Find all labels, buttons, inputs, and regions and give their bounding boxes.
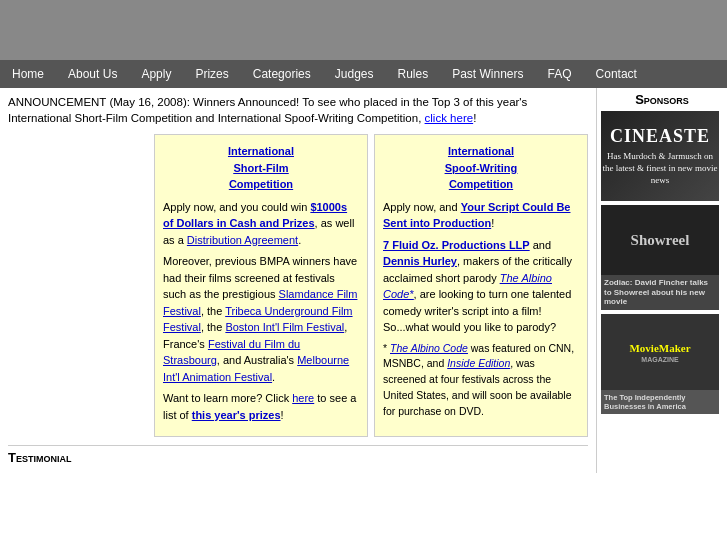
nav-home[interactable]: Home — [0, 60, 56, 88]
short-film-title: InternationalShort-FilmCompetition — [163, 143, 359, 193]
fluid-oz-link[interactable]: 7 Fluid Oz. Productions LLP — [383, 239, 530, 251]
distribution-link[interactable]: Distribution Agreement — [187, 234, 298, 246]
content-area: ANNOUNCEMENT (May 16, 2008): Winners Ann… — [0, 88, 597, 473]
nav-faq[interactable]: FAQ — [536, 60, 584, 88]
announcement-bar: ANNOUNCEMENT (May 16, 2008): Winners Ann… — [8, 94, 588, 126]
spoof-footnote: * The Albino Code was featured on CNN, M… — [383, 341, 579, 420]
testimonial-header: Testimonial — [8, 445, 588, 467]
nav-past-winners[interactable]: Past Winners — [440, 60, 535, 88]
spoof-para2: 7 Fluid Oz. Productions LLP and Dennis H… — [383, 237, 579, 336]
nav-categories[interactable]: Categories — [241, 60, 323, 88]
announcement-link[interactable]: click here — [425, 112, 474, 124]
nav-apply[interactable]: Apply — [129, 60, 183, 88]
this-year-prizes-link[interactable]: this year's prizes — [192, 409, 281, 421]
spoof-writing-box: InternationalSpoof-WritingCompetition Ap… — [374, 134, 588, 437]
inside-edition-link[interactable]: Inside Edition — [447, 357, 510, 369]
main-layout: ANNOUNCEMENT (May 16, 2008): Winners Ann… — [0, 88, 727, 473]
moviemaker-caption: The Top Independently Businesses in Amer… — [601, 390, 719, 414]
sponsor-cineaste[interactable]: CINEASTE Has Murdoch & Jarmusch on the l… — [601, 111, 719, 201]
short-film-title-link[interactable]: InternationalShort-FilmCompetition — [228, 145, 294, 190]
boston-link[interactable]: Boston Int'l Film Festival — [225, 321, 344, 333]
script-production-link[interactable]: Your Script Could Be Sent into Productio… — [383, 201, 570, 230]
short-film-intro: Apply now, and you could win $1000s of D… — [163, 199, 359, 249]
left-spacer — [8, 134, 148, 437]
short-film-box: InternationalShort-FilmCompetition Apply… — [154, 134, 368, 437]
spoof-intro: Apply now, and Your Script Could Be Sent… — [383, 199, 579, 232]
albino-code-footnote-link[interactable]: The Albino Code — [390, 342, 468, 354]
prizes-link[interactable]: $1000s of Dollars in Cash and Prizes — [163, 201, 347, 230]
nav-judges[interactable]: Judges — [323, 60, 386, 88]
sidebar: Sponsors CINEASTE Has Murdoch & Jarmusch… — [597, 88, 727, 473]
sponsor-showreel[interactable]: Showreel Zodiac: David Fincher talks to … — [601, 205, 719, 310]
spoof-writing-title-link[interactable]: InternationalSpoof-WritingCompetition — [445, 145, 518, 190]
france-link[interactable]: Festival du Film du Strasbourg — [163, 338, 300, 367]
header-banner — [0, 0, 727, 60]
sponsors-title: Sponsors — [601, 92, 723, 107]
sponsor-moviemaker[interactable]: MovieMaker MAGAZINE The Top Independentl… — [601, 314, 719, 414]
albino-code-link[interactable]: The Albino Code* — [383, 272, 552, 301]
spoof-writing-title: InternationalSpoof-WritingCompetition — [383, 143, 579, 193]
dennis-hurley-link[interactable]: Dennis Hurley — [383, 255, 457, 267]
here-prizes-link[interactable]: here — [292, 392, 314, 404]
nav-contact[interactable]: Contact — [584, 60, 649, 88]
nav-about-us[interactable]: About Us — [56, 60, 129, 88]
main-nav: Home About Us Apply Prizes Categories Ju… — [0, 60, 727, 88]
nav-rules[interactable]: Rules — [385, 60, 440, 88]
short-film-para3: Want to learn more? Click here to see a … — [163, 390, 359, 423]
cineaste-label: CINEASTE Has Murdoch & Jarmusch on the l… — [601, 126, 719, 187]
competition-grid: InternationalShort-FilmCompetition Apply… — [8, 134, 588, 437]
showreel-caption: Zodiac: David Fincher talks to Showreel … — [601, 275, 719, 310]
short-film-para2: Moreover, previous BMPA winners have had… — [163, 253, 359, 385]
nav-prizes[interactable]: Prizes — [183, 60, 240, 88]
